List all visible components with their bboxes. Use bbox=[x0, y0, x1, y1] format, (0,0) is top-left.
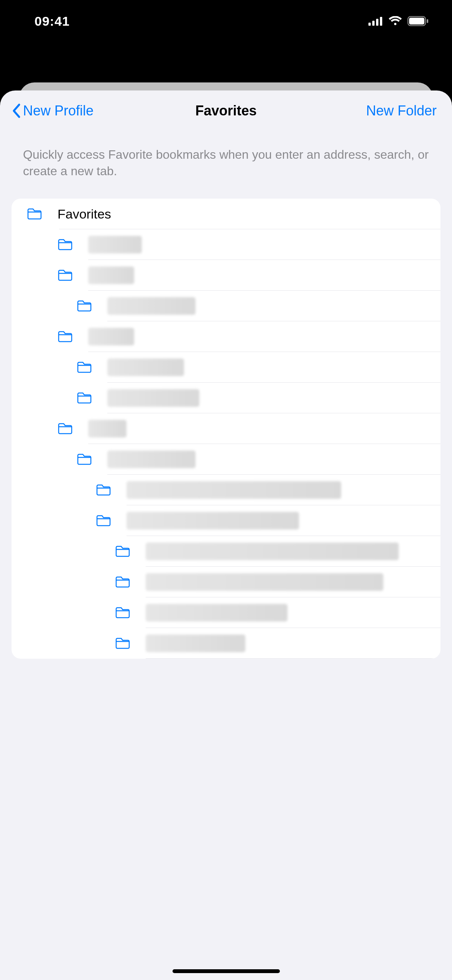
folder-icon bbox=[96, 515, 111, 527]
svg-rect-6 bbox=[427, 19, 428, 23]
chevron-left-icon bbox=[12, 103, 21, 118]
folder-row[interactable] bbox=[12, 536, 440, 567]
battery-icon bbox=[408, 16, 429, 26]
folder-icon bbox=[115, 545, 130, 557]
folder-row[interactable] bbox=[12, 321, 440, 352]
home-indicator bbox=[173, 969, 280, 973]
folder-label-redacted bbox=[107, 358, 184, 376]
folder-icon bbox=[115, 607, 130, 619]
folder-row[interactable] bbox=[12, 597, 440, 628]
folder-row[interactable] bbox=[12, 567, 440, 597]
nav-bar: New Profile Favorites New Folder bbox=[0, 90, 452, 131]
svg-rect-0 bbox=[368, 23, 371, 26]
folder-label-redacted bbox=[146, 604, 288, 622]
folder-icon bbox=[27, 208, 42, 220]
new-folder-button[interactable]: New Folder bbox=[366, 103, 437, 119]
folder-row[interactable] bbox=[12, 628, 440, 659]
folder-row[interactable] bbox=[12, 505, 440, 536]
folder-icon bbox=[115, 637, 130, 649]
folder-label-redacted bbox=[146, 543, 399, 560]
status-time: 09:41 bbox=[35, 14, 70, 29]
svg-rect-2 bbox=[376, 19, 378, 26]
svg-rect-5 bbox=[409, 18, 424, 25]
folder-label-redacted bbox=[88, 266, 134, 284]
folder-label-redacted bbox=[107, 389, 199, 407]
folder-row[interactable] bbox=[12, 291, 440, 321]
status-icons bbox=[368, 16, 429, 26]
wifi-icon bbox=[388, 16, 402, 26]
folder-row[interactable] bbox=[12, 229, 440, 260]
back-button[interactable]: New Profile bbox=[12, 103, 94, 119]
description-text: Quickly access Favorite bookmarks when y… bbox=[0, 131, 452, 199]
folder-row[interactable] bbox=[12, 383, 440, 413]
folder-icon bbox=[58, 423, 73, 435]
folder-row-root[interactable]: Favorites bbox=[12, 199, 440, 229]
cellular-icon bbox=[368, 16, 383, 26]
folder-row[interactable] bbox=[12, 352, 440, 383]
folder-label-redacted bbox=[88, 236, 142, 253]
folder-icon bbox=[58, 331, 73, 343]
folder-label-redacted bbox=[127, 481, 341, 499]
folder-list: Favorites bbox=[12, 199, 440, 659]
folder-icon bbox=[77, 361, 92, 373]
folder-label: Favorites bbox=[58, 207, 111, 222]
folder-label-redacted bbox=[88, 328, 134, 345]
page-title: Favorites bbox=[195, 103, 256, 119]
folder-icon bbox=[77, 453, 92, 465]
folder-label-redacted bbox=[146, 573, 383, 591]
svg-rect-3 bbox=[380, 17, 382, 26]
folder-row[interactable] bbox=[12, 260, 440, 291]
folder-label-redacted bbox=[88, 420, 127, 437]
folder-label-redacted bbox=[107, 451, 196, 468]
svg-rect-1 bbox=[372, 21, 375, 26]
folder-row[interactable] bbox=[12, 444, 440, 475]
status-bar: 09:41 bbox=[0, 0, 452, 42]
folder-icon bbox=[77, 300, 92, 312]
folder-icon bbox=[58, 269, 73, 281]
favorites-sheet: New Profile Favorites New Folder Quickly… bbox=[0, 90, 452, 980]
folder-label-redacted bbox=[107, 297, 196, 315]
folder-row[interactable] bbox=[12, 475, 440, 505]
folder-icon bbox=[115, 576, 130, 588]
folder-label-redacted bbox=[146, 635, 245, 652]
back-label: New Profile bbox=[23, 103, 94, 119]
folder-row[interactable] bbox=[12, 413, 440, 444]
folder-icon bbox=[58, 238, 73, 251]
folder-label-redacted bbox=[127, 512, 299, 529]
folder-icon bbox=[77, 392, 92, 404]
folder-icon bbox=[96, 484, 111, 496]
